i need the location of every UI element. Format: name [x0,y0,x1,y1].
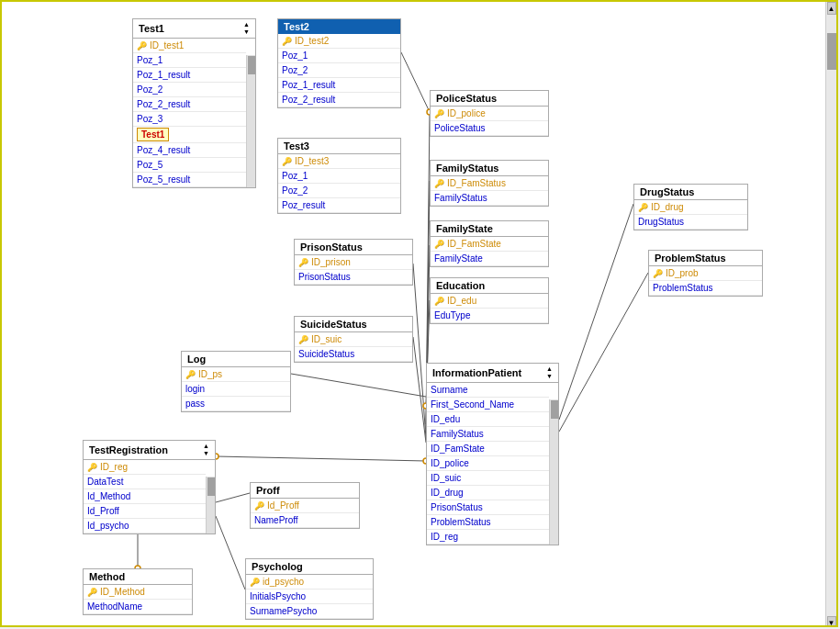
table-scrollbar[interactable] [206,477,215,534]
table-scrollbar[interactable] [549,399,558,545]
field-row-Poz_3_result: Test1 [133,127,246,143]
table-TestRegistration[interactable]: TestRegistration▲▼🔑ID_regDataTestId_Meth… [83,440,216,534]
scroll-down-arrow[interactable]: ▼ [827,616,836,627]
table-body-SuicideStatus: 🔑ID_suicSuicideStatus [295,332,412,362]
table-DrugStatus[interactable]: DrugStatus🔑ID_drugDrugStatus [633,184,748,230]
field-row-ID_suic: 🔑ID_suic [295,332,412,347]
pk-icon: 🔑 [137,41,147,51]
field-row-Poz_2: Poz_2 [278,63,400,78]
field-name: ID_drug [431,488,464,498]
field-name: Id_psycho [87,521,129,531]
field-row-Id_Method: Id_Method [84,489,206,504]
field-row-ID_police: 🔑ID_police [431,107,548,121]
field-row-ID_suic: ID_suic [427,471,549,486]
table-Test1[interactable]: Test1▲▼🔑ID_test1Poz_1Poz_1_resultPoz_2Po… [132,18,256,188]
field-row-ID_reg: 🔑ID_reg [84,460,206,475]
field-row-DrugStatus: DrugStatus [634,215,747,230]
field-name: Poz_result [282,200,325,210]
field-name: Poz_2 [282,185,308,196]
pk-icon: 🔑 [638,203,648,212]
table-Proff[interactable]: Proff🔑Id_ProffNameProff [250,482,360,529]
table-title-Test2: Test2 [284,21,309,32]
field-row-PrisonStatus: PrisonStatus [295,270,412,285]
field-row-Poz_2_result: Poz_2_result [133,97,246,112]
table-header-Method: Method [84,569,192,585]
table-Test2[interactable]: Test2🔑ID_test2Poz_1Poz_2Poz_1_resultPoz_… [277,18,401,108]
field-row-SurnamePsycho: SurnamePsycho [246,604,373,619]
vertical-scrollbar[interactable]: ▲ ▼ [825,2,836,627]
field-row-First_Second_Name: First_Second_Name [427,398,549,412]
table-body-TestRegistration: 🔑ID_regDataTestId_MethodId_ProffId_psych… [84,460,215,534]
table-Test3[interactable]: Test3🔑ID_test3Poz_1Poz_2Poz_result [277,138,401,214]
table-title-Psycholog: Psycholog [252,561,303,572]
field-row-NameProff: NameProff [251,513,359,528]
field-row-Poz_1_result: Poz_1_result [278,78,400,93]
field-row-InitialsPsycho: InitialsPsycho [246,590,373,604]
field-row-ID_FamState: ID_FamState [427,442,549,456]
field-row-ProblemStatus: ProblemStatus [649,281,762,296]
table-Psycholog[interactable]: Psycholog🔑id_psychoInitialsPsychoSurname… [245,558,374,620]
field-row-login: login [182,382,290,397]
table-FamilyState[interactable]: FamilyState🔑ID_FamStateFamilyState [430,220,549,267]
field-row-Poz_2_result: Poz_2_result [278,93,400,107]
scroll-up-arrow[interactable]: ▲ [827,2,836,15]
table-body-Education: 🔑ID_eduEduType [431,294,548,323]
table-SuicideStatus[interactable]: SuicideStatus🔑ID_suicSuicideStatus [294,316,413,363]
field-name: ProblemStatus [653,283,713,293]
field-name: Poz_1 [282,51,308,61]
field-row-FamilyStatus: FamilyStatus [431,191,548,206]
table-scroll-thumb[interactable] [207,477,215,496]
table-body-FamilyState: 🔑ID_FamStateFamilyState [431,237,548,266]
field-row-ID_Method: 🔑ID_Method [84,585,192,600]
table-title-Test1: Test1 [139,23,164,34]
table-title-InformationPatient: InformationPatient [432,367,521,378]
field-name: ID_test3 [295,156,329,166]
field-name: ID_edu [447,296,476,306]
field-name: ID_police [447,108,486,118]
table-ProblemStatus[interactable]: ProblemStatus🔑ID_probProblemStatus [648,250,763,297]
table-scrollbar[interactable] [246,55,255,187]
field-row-FamilyStatus: FamilyStatus [427,427,549,442]
field-name: ID_edu [431,414,460,424]
table-header-PoliceStatus: PoliceStatus [431,91,548,107]
table-scroll-thumb[interactable] [551,400,558,419]
table-title-Method: Method [89,571,125,582]
table-body-DrugStatus: 🔑ID_drugDrugStatus [634,200,747,230]
field-name: ID_FamStatus [447,178,506,188]
scroll-thumb[interactable] [827,33,836,70]
field-row-Poz_2: Poz_2 [133,83,246,97]
table-Education[interactable]: Education🔑ID_eduEduType [430,277,549,324]
field-name: ID_reg [431,532,458,542]
table-InformationPatient[interactable]: InformationPatient▲▼SurnameFirst_Second_… [426,363,559,545]
table-PrisonStatus[interactable]: PrisonStatus🔑ID_prisonPrisonStatus [294,239,413,286]
table-scroll-thumb[interactable] [248,56,255,74]
table-header-Psycholog: Psycholog [246,559,373,575]
field-name: Surname [431,385,468,395]
table-body-Test3: 🔑ID_test3Poz_1Poz_2Poz_result [278,154,400,213]
field-name: pass [185,399,205,409]
pk-icon: 🔑 [434,240,444,249]
table-body-Method: 🔑ID_MethodMethodName [84,585,192,614]
field-row-EduType: EduType [431,309,548,323]
field-row-pass: pass [182,397,290,411]
table-title-FamilyState: FamilyState [436,223,493,234]
field-name: EduType [434,310,470,320]
table-body-ProblemStatus: 🔑ID_probProblemStatus [649,266,762,296]
field-row-Id_Proff: Id_Proff [84,504,206,519]
field-row-ID_edu: 🔑ID_edu [431,294,548,309]
table-Log[interactable]: Log🔑ID_psloginpass [181,351,291,412]
table-FamilyStatus[interactable]: FamilyStatus🔑ID_FamStatusFamilyStatus [430,160,549,207]
field-name: ID_drug [651,202,684,212]
table-Method[interactable]: Method🔑ID_MethodMethodName [83,568,193,615]
field-name: ID_prison [311,257,351,267]
field-name: Poz_5 [137,160,162,170]
field-name: DrugStatus [638,217,684,227]
table-body-Test2: 🔑ID_test2Poz_1Poz_2Poz_1_resultPoz_2_res… [278,34,400,107]
table-header-PrisonStatus: PrisonStatus [295,240,412,255]
table-PoliceStatus[interactable]: PoliceStatus🔑ID_policePoliceStatus [430,90,549,137]
field-row-MethodName: MethodName [84,600,192,614]
table-header-FamilyStatus: FamilyStatus [431,161,548,176]
field-name: Poz_1_result [282,80,335,90]
field-name: Id_Method [87,491,130,501]
field-name: ID_test2 [295,36,329,46]
